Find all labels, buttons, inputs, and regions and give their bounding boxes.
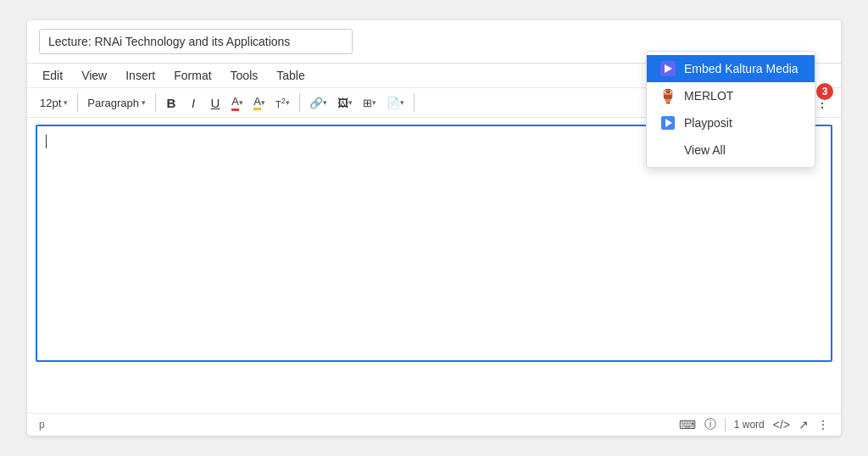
kaltura-icon	[660, 61, 676, 76]
paragraph-select[interactable]: Paragraph ▾	[83, 92, 150, 114]
code-view-icon[interactable]: </>	[773, 418, 790, 431]
paragraph-chevron: ▾	[142, 98, 146, 107]
image-button[interactable]: 🖼 ▾	[333, 92, 357, 114]
italic-button[interactable]: I	[183, 92, 203, 114]
status-sep	[725, 418, 726, 431]
highlight-icon: A	[253, 95, 261, 110]
media-button[interactable]: ⊞ ▾	[359, 92, 381, 114]
sep-1	[77, 93, 78, 112]
embed-kaltura-label: Embed Kaltura Media	[684, 62, 798, 75]
sep-3	[299, 93, 300, 112]
superscript-chevron: ▾	[286, 98, 290, 107]
text-cursor	[46, 135, 47, 148]
document-button[interactable]: 📄 ▾	[382, 92, 409, 114]
font-color-button[interactable]: A ▾	[227, 92, 248, 114]
image-chevron: ▾	[348, 98, 353, 107]
status-right: ⌨ ⓘ 1 word </> ↗ ⋮	[679, 417, 829, 432]
link-button[interactable]: 🔗 ▾	[305, 92, 331, 114]
sep-2	[155, 93, 156, 112]
view-all-item[interactable]: View All	[647, 136, 815, 164]
font-size-chevron: ▾	[64, 98, 68, 107]
status-bar: p ⌨ ⓘ 1 word </> ↗ ⋮	[27, 413, 841, 436]
highlight-chevron: ▾	[261, 98, 265, 107]
merlot-item[interactable]: 🏺 MERLOT	[647, 82, 815, 109]
menu-tools[interactable]: Tools	[227, 67, 262, 84]
highlight-color-button[interactable]: A ▾	[249, 92, 270, 114]
menu-format[interactable]: Format	[170, 67, 214, 84]
apps-dropdown-menu: Embed Kaltura Media 🏺 MERLOT Playposit V…	[646, 51, 815, 168]
title-input[interactable]	[39, 29, 353, 54]
keyboard-icon[interactable]: ⌨	[679, 418, 696, 431]
media-chevron: ▾	[372, 98, 376, 107]
options-icon[interactable]: ⋮	[817, 418, 829, 431]
menu-edit[interactable]: Edit	[39, 67, 66, 84]
font-size-select[interactable]: 12pt ▾	[36, 92, 72, 114]
image-icon: 🖼	[337, 97, 348, 109]
playposit-item[interactable]: Playposit	[647, 109, 815, 136]
bold-button[interactable]: B	[161, 92, 181, 114]
superscript-button[interactable]: T2 ▾	[271, 92, 294, 114]
font-size-value: 12pt	[40, 97, 61, 109]
playposit-icon	[660, 115, 676, 131]
paragraph-value: Paragraph	[87, 97, 139, 109]
media-icon: ⊞	[363, 97, 372, 109]
superscript-icon: T2	[275, 97, 286, 109]
menu-table[interactable]: Table	[273, 67, 308, 84]
playposit-label: Playposit	[684, 116, 732, 130]
paragraph-tag: p	[39, 419, 45, 431]
menu-view[interactable]: View	[78, 67, 110, 84]
accessibility-icon[interactable]: ⓘ	[704, 417, 716, 432]
font-color-icon: A	[231, 95, 239, 111]
merlot-icon: 🏺	[660, 88, 676, 103]
sep-4	[414, 93, 415, 112]
link-icon: 🔗	[309, 97, 323, 109]
view-all-label: View All	[684, 143, 726, 157]
link-chevron: ▾	[323, 98, 327, 107]
editor-container: Edit View Insert Format Tools Table 12pt…	[27, 20, 841, 436]
font-color-chevron: ▾	[239, 98, 243, 107]
word-count: 1 word	[734, 419, 765, 431]
document-chevron: ▾	[400, 98, 404, 107]
badge-3: 3	[816, 83, 833, 100]
embed-kaltura-item[interactable]: Embed Kaltura Media	[647, 55, 815, 82]
expand-icon[interactable]: ↗	[798, 418, 809, 431]
view-all-icon	[660, 142, 676, 158]
menu-insert[interactable]: Insert	[122, 67, 159, 84]
merlot-label: MERLOT	[684, 89, 733, 103]
document-icon: 📄	[387, 97, 400, 109]
underline-button[interactable]: U	[205, 92, 225, 114]
